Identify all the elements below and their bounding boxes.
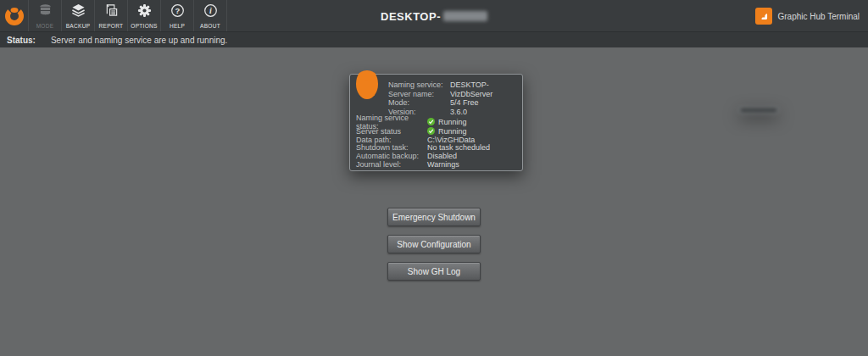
status-message: Server and naming service are up and run… bbox=[51, 36, 227, 45]
info-value: VizDbServer bbox=[450, 90, 492, 98]
main-area: Naming service: DESKTOP- Server name: Vi… bbox=[0, 47, 868, 355]
graphic-hub-logo bbox=[0, 0, 29, 31]
info-value: 5/4 Free bbox=[450, 98, 479, 107]
info-label: Server name: bbox=[388, 90, 450, 98]
show-gh-log-button[interactable]: Show GH Log bbox=[387, 262, 481, 281]
naming-service-value: DESKTOP- bbox=[450, 81, 489, 89]
emergency-shutdown-button[interactable]: Emergency Shutdown bbox=[387, 208, 481, 226]
info-value: No task scheduled bbox=[427, 143, 490, 152]
hostname-text: DESKTOP- bbox=[381, 10, 441, 23]
help-icon: ? bbox=[170, 3, 185, 21]
info-value: DESKTOP- bbox=[450, 81, 489, 89]
graphic-hub-ring-icon bbox=[5, 7, 24, 25]
app-identity: Graphic Hub Terminal bbox=[755, 0, 860, 32]
info-label: Naming service: bbox=[388, 81, 450, 89]
database-icon bbox=[38, 3, 53, 21]
running-check-icon bbox=[427, 118, 435, 125]
info-label: Data path: bbox=[356, 136, 427, 144]
toolbar: MODE BACKUP REPORT bbox=[0, 0, 868, 32]
info-value: 3.6.0 bbox=[450, 108, 467, 116]
info-icon: i bbox=[203, 3, 218, 21]
info-row: Shutdown task: No task scheduled bbox=[356, 144, 490, 153]
toolbar-button-report[interactable]: REPORT bbox=[95, 0, 128, 31]
info-value: Running bbox=[427, 127, 467, 136]
app-name-label: Graphic Hub Terminal bbox=[777, 12, 860, 21]
info-row: Server name: VizDbServer bbox=[388, 90, 492, 99]
running-check-icon bbox=[427, 127, 435, 135]
toolbar-button-options[interactable]: OPTIONS bbox=[128, 0, 161, 31]
status-value: Running bbox=[438, 127, 467, 136]
layers-icon bbox=[71, 3, 86, 21]
status-label: Status: bbox=[7, 36, 36, 45]
svg-text:?: ? bbox=[175, 5, 180, 14]
report-icon bbox=[104, 3, 119, 21]
info-label: Server status bbox=[356, 127, 427, 136]
toolbar-button-label: REPORT bbox=[99, 23, 124, 29]
toolbar-button-help[interactable]: ? HELP bbox=[161, 0, 194, 31]
info-label: Automatic backup: bbox=[356, 152, 427, 160]
info-row: Automatic backup: Disabled bbox=[356, 152, 490, 160]
info-label: Shutdown task: bbox=[356, 143, 427, 152]
info-row: Data path: C:\VizGHData bbox=[356, 136, 490, 144]
graphic-hub-logo-large bbox=[356, 80, 378, 88]
svg-text:i: i bbox=[209, 5, 212, 14]
gear-icon bbox=[137, 3, 152, 21]
info-row: Server status Running bbox=[356, 126, 467, 136]
toolbar-button-label: HELP bbox=[170, 23, 185, 29]
info-value: Running bbox=[427, 118, 467, 126]
server-info-panel: Naming service: DESKTOP- Server name: Vi… bbox=[349, 74, 523, 171]
details-section: Data path: C:\VizGHData Shutdown task: N… bbox=[356, 136, 490, 168]
toolbar-button-mode[interactable]: MODE bbox=[29, 0, 62, 31]
info-value: C:\VizGHData bbox=[427, 136, 475, 144]
show-configuration-button[interactable]: Show Configuration bbox=[387, 235, 481, 253]
status-section: Naming service status: Running Server st… bbox=[356, 117, 467, 136]
toolbar-button-about[interactable]: i ABOUT bbox=[194, 0, 227, 31]
vizrt-logo-icon bbox=[755, 8, 772, 25]
info-row: Naming service: DESKTOP- bbox=[388, 81, 492, 90]
general-info-section: Naming service: DESKTOP- Server name: Vi… bbox=[388, 81, 492, 116]
action-buttons: Emergency Shutdown Show Configuration Sh… bbox=[387, 208, 481, 281]
info-row: Naming service status: Running bbox=[356, 117, 467, 126]
redacted-hostname bbox=[443, 11, 487, 21]
info-value: Warnings bbox=[427, 160, 459, 169]
status-bar: Status: Server and naming service are up… bbox=[0, 32, 868, 47]
toolbar-button-label: MODE bbox=[36, 23, 54, 29]
toolbar-button-backup[interactable]: BACKUP bbox=[62, 0, 95, 31]
toolbar-button-label: ABOUT bbox=[200, 23, 220, 29]
info-row: Mode: 5/4 Free bbox=[388, 98, 492, 108]
toolbar-button-label: OPTIONS bbox=[131, 23, 157, 29]
info-value: Disabled bbox=[427, 152, 457, 160]
status-value: Running bbox=[438, 118, 467, 126]
info-row: Journal level: Warnings bbox=[356, 160, 490, 169]
graphic-hub-ring-icon bbox=[356, 69, 378, 99]
info-label: Mode: bbox=[388, 98, 450, 107]
redacted-hostname bbox=[739, 107, 778, 114]
toolbar-button-label: BACKUP bbox=[66, 23, 91, 29]
info-label: Journal level: bbox=[356, 160, 427, 169]
